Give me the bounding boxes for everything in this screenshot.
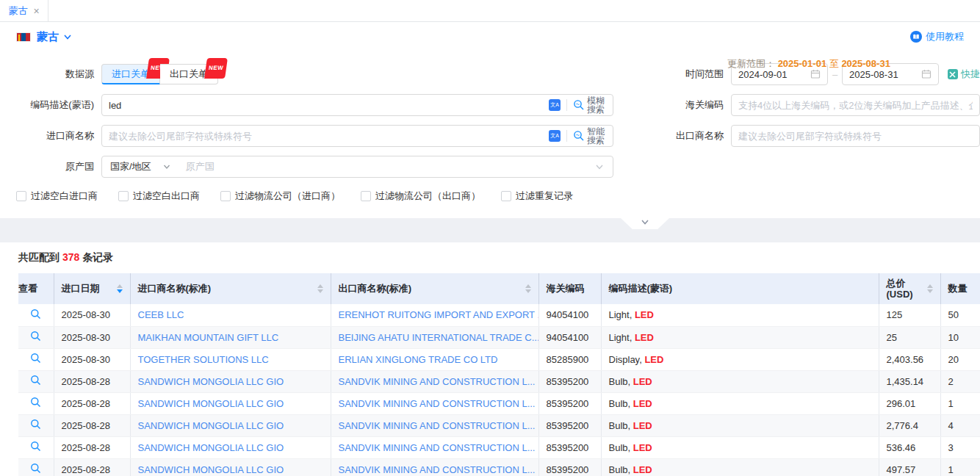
code-desc-label: 编码描述(蒙语) — [0, 98, 94, 112]
code-desc-cell: Bulb, LED — [601, 370, 879, 392]
importer-link[interactable]: CEEB LLC — [138, 309, 184, 320]
update-range: 更新范围： 2025-01-01 至 2025-08-31 — [727, 57, 890, 71]
column-header-view: 查看 — [18, 273, 54, 304]
filter-checkbox[interactable]: 过滤重复记录 — [501, 190, 573, 203]
checkbox-box-icon[interactable] — [501, 191, 511, 201]
tutorial-link[interactable]: 使用教程 — [910, 30, 964, 43]
exporter-link[interactable]: BEIJING AHATU INTERNATIONAL TRADE C... — [339, 332, 539, 343]
origin-country-group: 国家/地区 原产国 — [101, 156, 613, 178]
exporter-link[interactable]: SANDVIK MINING AND CONSTRUCTION L... — [339, 398, 536, 409]
column-label: 海关编码 — [547, 282, 585, 295]
results-panel: 共匹配到378条记录 查看进口日期进口商名称(标准)出口商名称(标准)海关编码编… — [0, 242, 980, 476]
importer-link[interactable]: SANDWICH MONGOLIA LLC GIO — [138, 420, 284, 431]
origin-country-label: 原产国 — [0, 160, 94, 173]
translate-icon[interactable]: 文A — [549, 130, 561, 142]
exporter-link[interactable]: ERLIAN XINGLONG TRADE CO LTD — [339, 354, 498, 365]
row-view-search-icon[interactable] — [30, 375, 41, 386]
code-desc-cell: Light, LED — [601, 326, 879, 348]
hs-code-input[interactable] — [731, 94, 980, 116]
checkbox-box-icon[interactable] — [361, 191, 371, 201]
translate-icon[interactable]: 文A — [549, 99, 561, 111]
row-view-search-icon[interactable] — [30, 419, 41, 430]
chevron-down-icon[interactable] — [63, 32, 72, 41]
exporter-name-input[interactable] — [731, 125, 980, 147]
exporter-cell: SANDVIK MINING AND CONSTRUCTION L... — [331, 370, 538, 392]
importer-name-input[interactable] — [109, 131, 549, 142]
exporter-link[interactable]: SANDVIK MINING AND CONSTRUCTION L... — [339, 442, 536, 453]
exporter-link[interactable]: ERENHOT RUITONG IMPORT AND EXPORT ... — [339, 309, 539, 320]
results-summary: 共匹配到378条记录 — [18, 251, 980, 264]
search-icon — [573, 99, 585, 111]
row-view-search-icon[interactable] — [30, 309, 41, 320]
quantity-cell: 20 — [940, 348, 980, 370]
column-label: 编码描述(蒙语) — [609, 282, 673, 295]
exporter-link[interactable]: SANDVIK MINING AND CONSTRUCTION L... — [339, 464, 536, 475]
checkbox-box-icon[interactable] — [118, 191, 129, 201]
quantity-cell: 4 — [940, 414, 980, 436]
chevron-down-icon[interactable] — [595, 162, 604, 171]
region-select[interactable]: 国家/地区 — [102, 160, 179, 173]
row-view-search-icon[interactable] — [30, 353, 41, 364]
column-header-exporter[interactable]: 出口商名称(标准) — [331, 273, 538, 304]
tab-import-declarations[interactable]: 进口关单 NEW — [101, 64, 160, 84]
code-desc-input[interactable] — [109, 100, 549, 111]
hs-code-cell: 85395200 — [538, 458, 601, 476]
desc-text: Bulb, — [609, 376, 633, 387]
importer-link[interactable]: SANDWICH MONGOLIA LLC GIO — [138, 398, 284, 409]
filter-checkbox[interactable]: 过滤空白进口商 — [16, 190, 98, 203]
view-cell — [18, 304, 54, 326]
sort-icon[interactable] — [927, 284, 933, 293]
tab-title: 蒙古 — [8, 4, 27, 18]
importer-link[interactable]: SANDWICH MONGOLIA LLC GIO — [138, 376, 284, 387]
hs-code-cell: 85395200 — [538, 370, 601, 392]
total-usd-cell: 25 — [879, 326, 940, 348]
importer-link[interactable]: SANDWICH MONGOLIA LLC GIO — [138, 464, 284, 475]
importer-link[interactable]: SANDWICH MONGOLIA LLC GIO — [138, 442, 284, 453]
tab-mongolia[interactable]: 蒙古 × — [0, 0, 48, 21]
sort-icon[interactable] — [117, 284, 123, 293]
row-view-search-icon[interactable] — [30, 397, 41, 408]
column-header-qty: 数量 — [940, 273, 980, 304]
column-header-date[interactable]: 进口日期 — [54, 273, 130, 304]
filter-checkbox[interactable]: 过滤物流公司（出口商） — [361, 190, 480, 203]
origin-country-placeholder[interactable]: 原产国 — [186, 160, 215, 173]
importer-cell: SANDWICH MONGOLIA LLC GIO — [130, 414, 331, 436]
checkbox-box-icon[interactable] — [220, 191, 231, 201]
close-icon[interactable]: × — [33, 6, 39, 16]
table-row: 2025-08-30CEEB LLCERENHOT RUITONG IMPORT… — [18, 304, 980, 326]
total-usd-cell: 497.57 — [879, 458, 940, 476]
desc-text: Light, — [609, 332, 635, 343]
column-header-desc: 编码描述(蒙语) — [601, 273, 879, 304]
quick-select-button[interactable]: 快捷 — [948, 68, 980, 81]
importer-link[interactable]: MAIKHAN MOUNTAIN GIFT LLC — [138, 332, 279, 343]
table-row: 2025-08-28SANDWICH MONGOLIA LLC GIOSANDV… — [18, 414, 980, 436]
filter-checkbox[interactable]: 过滤物流公司（进口商） — [220, 190, 340, 203]
quick-select-label[interactable]: 快捷 — [961, 68, 980, 81]
hs-code-cell: 85395200 — [538, 436, 601, 458]
exporter-link[interactable]: SANDVIK MINING AND CONSTRUCTION L... — [339, 376, 536, 387]
exporter-link[interactable]: SANDVIK MINING AND CONSTRUCTION L... — [339, 420, 536, 431]
row-view-search-icon[interactable] — [30, 463, 41, 474]
row-view-search-icon[interactable] — [30, 331, 41, 342]
importer-link[interactable]: TOGETHER SOLUTIONS LLC — [138, 354, 269, 365]
fuzzy-search-button[interactable]: 模糊搜索 — [573, 96, 606, 114]
checkbox-box-icon[interactable] — [16, 191, 26, 201]
tab-export-declarations[interactable]: 出口关单 NEW — [160, 64, 218, 84]
hs-code-cell: 85285900 — [538, 348, 601, 370]
collapse-filters-handle[interactable] — [621, 218, 669, 229]
tutorial-label[interactable]: 使用教程 — [926, 30, 964, 43]
sort-icon[interactable] — [317, 284, 323, 293]
desc-keyword-highlight: LED — [635, 309, 654, 320]
sort-icon[interactable] — [525, 284, 531, 293]
row-view-search-icon[interactable] — [30, 441, 41, 452]
filter-checkbox[interactable]: 过滤空白出口商 — [118, 190, 200, 203]
column-header-total[interactable]: 总价(USD) — [879, 273, 940, 304]
column-header-importer[interactable]: 进口商名称(标准) — [130, 273, 331, 304]
checkbox-label: 过滤重复记录 — [516, 190, 573, 203]
exporter-cell: SANDVIK MINING AND CONSTRUCTION L... — [331, 414, 538, 436]
import-date-cell: 2025-08-30 — [54, 348, 130, 370]
time-range-label: 时间范围 — [613, 68, 724, 81]
import-date-cell: 2025-08-30 — [54, 326, 130, 348]
checkbox-label: 过滤物流公司（进口商） — [235, 190, 340, 203]
smart-search-button[interactable]: 智能搜索 — [573, 127, 606, 145]
